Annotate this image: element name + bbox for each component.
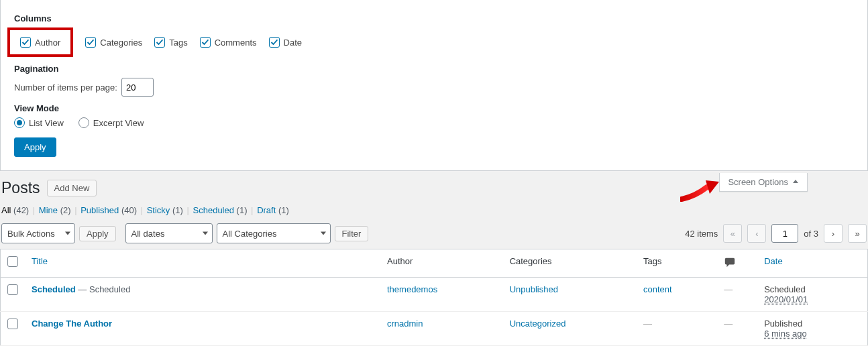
col-header-tags: Tags	[637, 249, 717, 278]
first-page-button: «	[723, 224, 742, 243]
radio-excerpt-view[interactable]	[78, 117, 89, 128]
columns-heading: Columns	[14, 13, 854, 23]
viewmode-list-label: List View	[29, 118, 64, 128]
viewmode-heading: View Mode	[14, 103, 854, 113]
post-title-link[interactable]: Change The Author	[32, 319, 112, 329]
status-scheduled[interactable]: Scheduled (1)	[193, 205, 248, 215]
col-date[interactable]: Date	[269, 37, 302, 48]
table-row: Change The Author crnadmin Uncategorized…	[1, 312, 868, 346]
status-filter-links: All (42) | Mine (2) | Published (40) | S…	[0, 203, 868, 222]
caret-down-icon	[321, 232, 326, 235]
columns-row: Author Categories Tags Comments	[14, 27, 854, 57]
prev-page-button: ‹	[747, 224, 766, 243]
table-row: Scheduled — Scheduled themedemos Unpubli…	[1, 278, 868, 312]
caret-down-icon	[65, 232, 70, 235]
page-title: Posts	[1, 179, 40, 197]
bulk-apply-button[interactable]: Apply	[79, 226, 116, 241]
checkbox-date[interactable]	[269, 37, 280, 48]
status-all[interactable]: All (42)	[1, 205, 29, 215]
checkbox-categories[interactable]	[85, 37, 96, 48]
items-count-text: 42 items	[685, 229, 718, 239]
post-comments-value: —	[724, 284, 733, 294]
post-date-label: Published	[764, 319, 802, 329]
date-filter-select[interactable]: All dates	[125, 223, 213, 243]
col-tags[interactable]: Tags	[154, 37, 187, 48]
select-all-checkbox[interactable]	[7, 256, 18, 267]
checkbox-comments[interactable]	[200, 37, 211, 48]
category-filter-label: All Categories	[223, 229, 277, 239]
radio-list-view[interactable]	[14, 117, 25, 128]
status-published[interactable]: Published (40)	[80, 205, 137, 215]
col-comments-label: Comments	[215, 38, 257, 48]
col-author[interactable]: Author	[20, 37, 60, 48]
status-draft[interactable]: Draft (1)	[257, 205, 289, 215]
add-new-button[interactable]: Add New	[47, 180, 97, 196]
post-date-value: 2020/01/01	[764, 294, 808, 304]
post-category-link[interactable]: Uncategorized	[510, 319, 566, 329]
post-title-link[interactable]: Scheduled	[32, 284, 76, 294]
checkbox-tags[interactable]	[154, 37, 165, 48]
posts-table: Title Author Categories Tags Date	[0, 249, 868, 346]
items-per-page-label: Number of items per page:	[14, 82, 117, 93]
post-category-link[interactable]: Unpublished	[510, 284, 558, 294]
category-filter-select[interactable]: All Categories	[217, 223, 331, 243]
row-checkbox[interactable]	[7, 319, 18, 329]
col-comments[interactable]: Comments	[200, 37, 257, 48]
current-page-input[interactable]	[771, 224, 798, 243]
bulk-actions-select[interactable]: Bulk Actions	[1, 223, 75, 243]
post-date-label: Scheduled	[764, 284, 805, 294]
bulk-actions-label: Bulk Actions	[7, 229, 55, 239]
screen-options-panel: Columns Author Categories	[0, 0, 868, 171]
col-author-label: Author	[35, 38, 60, 48]
apply-screen-options-button[interactable]: Apply	[14, 137, 56, 157]
viewmode-list[interactable]: List View	[14, 117, 64, 128]
col-categories-label: Categories	[100, 38, 142, 48]
post-author-link[interactable]: crnadmin	[387, 319, 423, 329]
col-header-categories: Categories	[503, 249, 637, 278]
caret-down-icon	[203, 232, 208, 235]
post-tag-link[interactable]: content	[643, 284, 672, 294]
filter-button[interactable]: Filter	[335, 226, 369, 241]
col-header-author: Author	[380, 249, 503, 278]
viewmode-excerpt[interactable]: Excerpt View	[78, 117, 144, 128]
post-date-value: 6 mins ago	[764, 329, 807, 339]
tablenav: Bulk Actions Apply All dates All Categor…	[0, 222, 868, 249]
total-pages-text: of 3	[804, 229, 818, 239]
last-page-button[interactable]: »	[848, 224, 867, 243]
post-comments-value: —	[724, 319, 733, 329]
status-sticky[interactable]: Sticky (1)	[147, 205, 183, 215]
checkbox-author[interactable]	[20, 37, 31, 48]
items-per-page-input[interactable]	[121, 78, 154, 97]
col-date-label: Date	[284, 38, 302, 48]
col-header-date[interactable]: Date	[764, 256, 782, 266]
next-page-button[interactable]: ›	[824, 224, 843, 243]
post-author-link[interactable]: themedemos	[387, 284, 437, 294]
col-tags-label: Tags	[169, 38, 187, 48]
post-tag-value: —	[643, 319, 652, 329]
comments-header-icon[interactable]	[724, 260, 736, 270]
date-filter-label: All dates	[131, 229, 165, 239]
post-title-suffix: — Scheduled	[76, 284, 131, 294]
viewmode-excerpt-label: Excerpt View	[93, 118, 144, 128]
col-header-title[interactable]: Title	[32, 256, 48, 266]
author-checkbox-highlight: Author	[7, 27, 73, 57]
page-heading: Posts Add New	[0, 171, 868, 203]
status-mine[interactable]: Mine (2)	[39, 205, 71, 215]
row-checkbox[interactable]	[7, 284, 18, 295]
col-categories[interactable]: Categories	[85, 37, 142, 48]
pagination-heading: Pagination	[14, 64, 854, 74]
viewmode-row: List View Excerpt View	[14, 117, 854, 128]
pagination-row: Number of items per page:	[14, 78, 854, 97]
